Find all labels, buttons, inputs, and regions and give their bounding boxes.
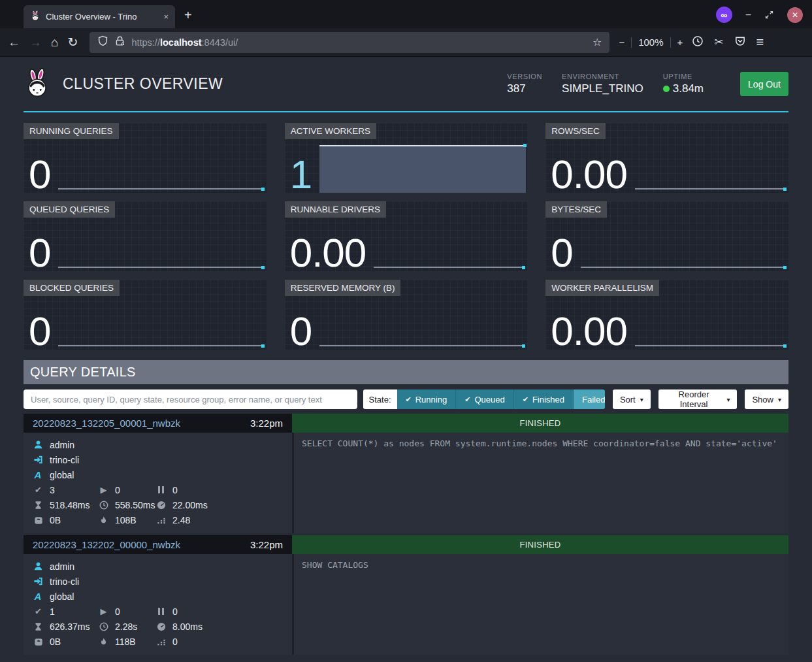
running-splits-icon: ▶: [98, 485, 109, 495]
show-dropdown[interactable]: Show▾: [745, 389, 788, 409]
stat-card-rows-sec: ROWS/SEC 0.00: [545, 123, 788, 193]
sign-in-icon: [33, 576, 43, 586]
query-details-title: QUERY DETAILS: [24, 360, 788, 384]
chevron-down-icon: ▾: [778, 396, 781, 403]
sparkline-dot: [522, 344, 525, 348]
query-time: 3:22pm: [250, 418, 283, 429]
stat-card-value: 0.00: [551, 312, 627, 350]
sparkline: [58, 188, 263, 190]
wall-time-hourglass-icon: [33, 501, 44, 510]
query-info-panel: admin trino-cli A global ✔3 ▶0 0 518.48m…: [24, 433, 292, 533]
screenshot-tool-icon[interactable]: ✂: [714, 35, 723, 49]
query-id-box: 20220823_132205_00001_nwbzk 3:22pm: [24, 414, 292, 433]
query-resource-group: global: [50, 591, 74, 602]
stat-card-label: QUEUED QUERIES: [24, 201, 115, 218]
trino-favicon-icon: [30, 10, 41, 23]
reload-icon[interactable]: ↻: [67, 36, 78, 48]
state-button-running[interactable]: ✔ Running: [397, 389, 457, 409]
window-close-button[interactable]: ✕: [787, 7, 803, 23]
sparkline-dot: [523, 144, 527, 147]
user-icon: [33, 440, 43, 450]
uptime-meta: UPTIME 3.84m: [663, 73, 704, 95]
reorder-interval-dropdown[interactable]: Reorder Interval▾: [658, 389, 738, 409]
new-tab-button[interactable]: +: [184, 8, 192, 23]
stat-card-label: ACTIVE WORKERS: [285, 123, 376, 139]
page-header: CLUSTER OVERVIEW VERSION 387 ENVIRONMENT…: [24, 57, 788, 112]
back-icon[interactable]: ←: [8, 36, 20, 48]
zoom-in-icon[interactable]: +: [677, 37, 683, 48]
cluster-overview-page: CLUSTER OVERVIEW VERSION 387 ENVIRONMENT…: [0, 57, 812, 655]
sparkline: [319, 345, 525, 346]
stat-card-label: ROWS/SEC: [545, 123, 606, 139]
bookmark-star-icon[interactable]: ☆: [593, 36, 602, 48]
separator: [631, 37, 632, 48]
home-icon[interactable]: ⌂: [51, 36, 58, 48]
stat-card-bytes-sec: BYTES/SEC 0: [545, 201, 788, 271]
address-bar[interactable]: https://localhost:8443/ui/ ☆: [89, 32, 609, 53]
sparkline-dot: [783, 344, 787, 348]
query-status-badge: FINISHED: [292, 535, 788, 554]
browser-tab[interactable]: Cluster Overview - Trino ×: [24, 5, 175, 28]
window-minimize-button[interactable]: −: [745, 9, 751, 21]
peak-memory-flame-icon: [98, 516, 109, 525]
stat-card-value: 0.00: [551, 156, 627, 193]
sparkline-dot: [783, 188, 787, 191]
completed-splits-icon: ✔: [33, 606, 44, 616]
cpu-gauge-icon: [155, 501, 167, 510]
query-source: trino-cli: [50, 455, 79, 465]
query-id-link[interactable]: 20220823_132205_00001_nwbzk: [33, 418, 180, 429]
stat-card-label: RESERVED MEMORY (B): [285, 280, 401, 296]
elapsed-clock-icon: [98, 501, 109, 510]
state-button-queued[interactable]: ✔ Queued: [456, 389, 513, 409]
query-sql-text: SELECT COUNT(*) as nodes FROM system.run…: [292, 433, 788, 533]
check-icon: ✔: [406, 395, 412, 404]
state-filter-group: State: ✔ Running ✔ Queued ✔ Finished Fai…: [363, 389, 605, 409]
sparkline-dot: [261, 266, 265, 269]
stat-card-value: 1: [290, 156, 312, 193]
window-maximize-button[interactable]: [764, 10, 774, 20]
logout-button[interactable]: Log Out: [740, 72, 788, 96]
zoom-level[interactable]: 100%: [638, 37, 663, 48]
check-icon: ✔: [523, 395, 528, 404]
check-icon: ✔: [464, 395, 470, 404]
sparkline: [374, 267, 525, 268]
sparkline: [581, 267, 786, 268]
stat-card-label: RUNNABLE DRIVERS: [285, 201, 386, 218]
state-button-finished[interactable]: ✔ Finished: [514, 389, 574, 409]
zoom-out-icon[interactable]: −: [619, 37, 625, 48]
query-resource-group: global: [50, 470, 74, 480]
separator: [670, 37, 671, 48]
cumulative-memory-bars-icon: [155, 637, 167, 646]
query-filters: State: ✔ Running ✔ Queued ✔ Finished Fai…: [24, 389, 788, 409]
url-text[interactable]: https://localhost:8443/ui/: [131, 37, 238, 48]
stat-card-value: 0: [551, 234, 572, 271]
sparkline: [635, 188, 786, 190]
state-button-failed[interactable]: Failed ▾: [574, 389, 605, 409]
sparkline-dot: [783, 266, 787, 269]
menu-hamburger-icon[interactable]: ≡: [756, 35, 764, 50]
lock-warning-icon[interactable]: [114, 35, 125, 49]
history-clock-icon[interactable]: [692, 35, 704, 50]
query-id-link[interactable]: 20220823_132202_00000_nwbzk: [33, 539, 180, 550]
forward-icon[interactable]: →: [29, 36, 42, 48]
page-title: CLUSTER OVERVIEW: [63, 75, 223, 93]
tab-close-icon[interactable]: ×: [163, 12, 169, 22]
sort-dropdown[interactable]: Sort▾: [613, 389, 651, 409]
sparkline-dot: [522, 266, 525, 269]
stat-card-queued-queries: QUEUED QUERIES 0: [24, 201, 267, 271]
running-splits-icon: ▶: [98, 606, 109, 616]
query-search-input[interactable]: [24, 389, 357, 409]
query-sql-text: SHOW CATALOGS: [292, 554, 788, 655]
stat-card-value: 0: [29, 312, 50, 350]
elapsed-clock-icon: [98, 622, 109, 631]
query-time: 3:22pm: [250, 539, 283, 550]
query-id-box: 20220823_132202_00000_nwbzk 3:22pm: [24, 535, 292, 554]
stat-card-value: 0: [29, 234, 50, 271]
sparkline-dot: [261, 188, 265, 191]
stat-card-value: 0: [29, 156, 50, 193]
shield-icon[interactable]: [97, 35, 108, 49]
wall-time-hourglass-icon: [33, 622, 44, 631]
pocket-icon[interactable]: [734, 35, 746, 50]
query-source: trino-cli: [50, 576, 79, 587]
chevron-down-icon: ▾: [640, 396, 643, 403]
